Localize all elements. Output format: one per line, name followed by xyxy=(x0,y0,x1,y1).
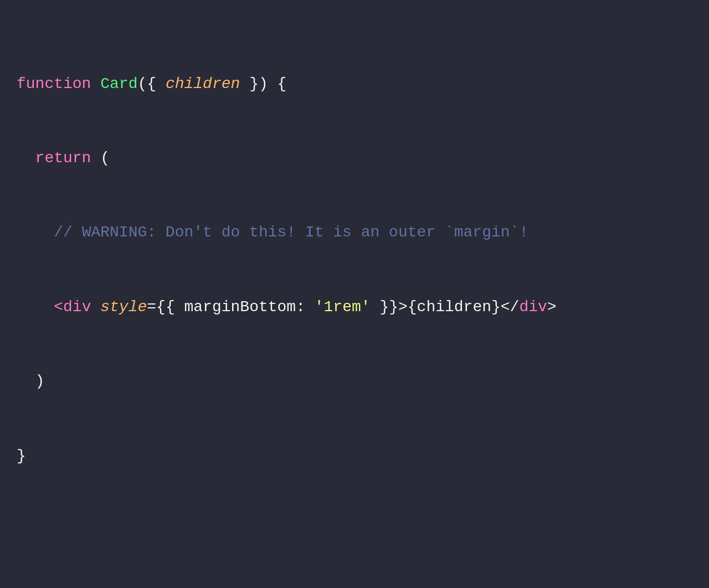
line-3: // WARNING: Don't do this! It is an oute… xyxy=(17,220,692,245)
comment-warning: // WARNING: Don't do this! It is an oute… xyxy=(54,224,528,241)
param-children: children xyxy=(166,75,240,92)
function-name-card: Card xyxy=(100,75,137,92)
line-2: return ( xyxy=(17,146,692,171)
line-6: } xyxy=(17,444,692,469)
line-4: <div style={{ marginBottom: '1rem' }}>{c… xyxy=(17,295,692,320)
blank-line-1 xyxy=(17,518,692,543)
code-editor: function Card({ children }) { return ( /… xyxy=(17,22,692,588)
keyword-return: return xyxy=(35,149,91,167)
keyword-function: function xyxy=(17,75,91,92)
line-1: function Card({ children }) { xyxy=(17,72,692,97)
line-5: ) xyxy=(17,369,692,394)
